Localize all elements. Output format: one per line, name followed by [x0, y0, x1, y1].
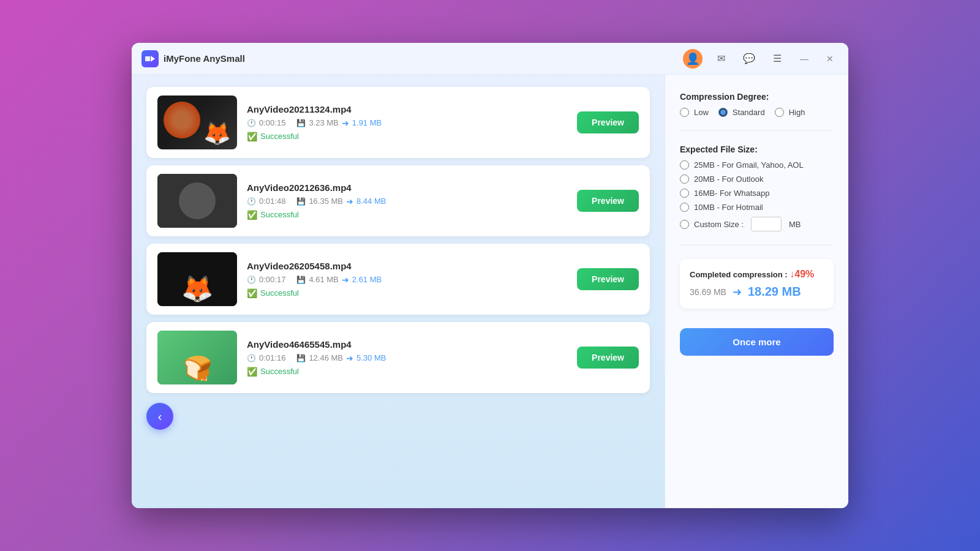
svg-marker-1 [151, 56, 155, 62]
completion-percent: ↓49% [790, 269, 814, 279]
video-card-4: 🍕 AnyVideo46465545.mp4 🕐 0:01:16 💾 12.46… [146, 322, 650, 393]
size-comparison: 36.69 MB ➜ 18.29 MB [690, 285, 824, 299]
duration-1: 🕐 0:00:15 [247, 118, 285, 127]
label-standard: Standard [733, 108, 765, 117]
file-icon-1: 💾 [296, 119, 306, 127]
video-meta-4: 🕐 0:01:16 💾 12.46 MB ➜ 5.30 MB [247, 353, 567, 363]
label-20mb: 20MB - For Outlook [694, 174, 763, 184]
preview-button-1[interactable]: Preview [577, 111, 639, 133]
radio-low[interactable] [680, 108, 689, 117]
label-10mb: 10MB - For Hotmail [694, 203, 763, 212]
size-info-4: 💾 12.46 MB ➜ 5.30 MB [296, 353, 386, 363]
mail-icon[interactable]: ✉ [711, 49, 731, 69]
compression-degree-section: Compression Degree: Low Standard High [680, 92, 834, 117]
radio-high[interactable] [775, 108, 784, 117]
file-icon-4: 💾 [296, 354, 306, 362]
clock-icon-2: 🕐 [247, 197, 256, 206]
label-high: High [789, 108, 805, 117]
radio-16mb[interactable] [680, 189, 689, 198]
svg-rect-0 [145, 56, 150, 61]
video-name-4: AnyVideo46465545.mp4 [247, 339, 567, 350]
separator-2 [680, 245, 834, 246]
video-info-3: AnyVideo26205458.mp4 🕐 0:00:17 💾 4.61 MB… [247, 261, 567, 298]
option-high[interactable]: High [775, 108, 805, 117]
app-logo: iMyFone AnySmall [141, 50, 245, 67]
chat-icon[interactable]: 💬 [739, 49, 759, 69]
status-3: ✅ Successful [247, 288, 567, 298]
menu-icon[interactable]: ☰ [767, 49, 787, 69]
preview-button-4[interactable]: Preview [577, 347, 639, 369]
compression-result: Completed compression : ↓49% 36.69 MB ➜ … [680, 259, 834, 309]
size-arrow-result: ➜ [733, 285, 742, 299]
video-thumbnail-2 [157, 174, 237, 228]
status-1: ✅ Successful [247, 132, 567, 141]
compression-options: Low Standard High [680, 108, 834, 117]
video-meta-1: 🕐 0:00:15 💾 3.23 MB ➜ 1.91 MB [247, 118, 567, 128]
radio-10mb[interactable] [680, 203, 689, 212]
size-arrow-3: ➜ [342, 275, 349, 285]
video-name-1: AnyVideo20211324.mp4 [247, 104, 567, 114]
status-2: ✅ Successful [247, 210, 567, 220]
duration-3: 🕐 0:00:17 [247, 275, 285, 284]
video-name-2: AnyVideo20212636.mp4 [247, 182, 567, 193]
check-icon-3: ✅ [247, 288, 257, 298]
separator-1 [680, 130, 834, 131]
radio-standard[interactable] [718, 108, 728, 117]
label-custom: Custom Size : [694, 220, 744, 229]
video-info-4: AnyVideo46465545.mp4 🕐 0:01:16 💾 12.46 M… [247, 339, 567, 377]
video-name-3: AnyVideo26205458.mp4 [247, 261, 567, 271]
video-thumbnail-3: 🦊 [157, 252, 237, 306]
logo-icon [141, 50, 159, 67]
back-button[interactable]: ‹ [146, 403, 173, 430]
radio-25mb[interactable] [680, 160, 689, 170]
once-more-button[interactable]: Once more [680, 328, 834, 356]
completion-label: Completed compression : ↓49% [690, 269, 824, 280]
option-low[interactable]: Low [680, 108, 709, 117]
video-info-2: AnyVideo20212636.mp4 🕐 0:01:48 💾 16.35 M… [247, 182, 567, 220]
close-button[interactable]: ✕ [821, 50, 839, 67]
label-25mb: 25MB - For Gmail, Yahoo, AOL [694, 160, 804, 170]
video-meta-2: 🕐 0:01:48 💾 16.35 MB ➜ 8.44 MB [247, 197, 567, 206]
video-card-1: AnyVideo20211324.mp4 🕐 0:00:15 💾 3.23 MB… [146, 87, 650, 158]
clock-icon-3: 🕐 [247, 276, 256, 284]
preview-button-3[interactable]: Preview [577, 268, 639, 290]
option-25mb[interactable]: 25MB - For Gmail, Yahoo, AOL [680, 160, 834, 170]
option-16mb[interactable]: 16MB- For Whatsapp [680, 189, 834, 198]
option-standard[interactable]: Standard [718, 108, 765, 117]
custom-size-input[interactable] [751, 217, 782, 231]
status-4: ✅ Successful [247, 367, 567, 377]
original-total: 36.69 MB [690, 287, 726, 297]
video-thumbnail-1 [157, 96, 237, 149]
duration-2: 🕐 0:01:48 [247, 197, 285, 206]
expected-file-size-label: Expected File Size: [680, 144, 834, 154]
video-card-3: 🦊 AnyVideo26205458.mp4 🕐 0:00:17 💾 4.61 … [146, 244, 650, 315]
size-arrow-1: ➜ [342, 118, 349, 128]
size-info-3: 💾 4.61 MB ➜ 2.61 MB [296, 275, 382, 285]
option-custom[interactable]: Custom Size : MB [680, 217, 834, 231]
label-16mb: 16MB- For Whatsapp [694, 189, 770, 198]
file-icon-2: 💾 [296, 197, 306, 206]
preview-button-2[interactable]: Preview [577, 190, 639, 212]
size-info-1: 💾 3.23 MB ➜ 1.91 MB [296, 118, 382, 128]
radio-20mb[interactable] [680, 174, 689, 184]
size-arrow-2: ➜ [346, 197, 353, 206]
video-thumbnail-4: 🍕 [157, 331, 237, 384]
option-10mb[interactable]: 10MB - For Hotmail [680, 203, 834, 212]
video-meta-3: 🕐 0:00:17 💾 4.61 MB ➜ 2.61 MB [247, 275, 567, 285]
clock-icon-4: 🕐 [247, 354, 256, 362]
video-card-2: AnyVideo20212636.mp4 🕐 0:01:48 💾 16.35 M… [146, 165, 650, 236]
titlebar-controls: 👤 ✉ 💬 ☰ — ✕ [683, 49, 839, 69]
video-list-panel: AnyVideo20211324.mp4 🕐 0:00:15 💾 3.23 MB… [132, 75, 665, 508]
compressed-total: 18.29 MB [748, 285, 801, 299]
label-low: Low [694, 108, 709, 117]
avatar-icon[interactable]: 👤 [683, 49, 703, 69]
minimize-button[interactable]: — [796, 50, 813, 67]
titlebar: iMyFone AnySmall 👤 ✉ 💬 ☰ — ✕ [132, 43, 848, 75]
video-info-1: AnyVideo20211324.mp4 🕐 0:00:15 💾 3.23 MB… [247, 104, 567, 141]
size-info-2: 💾 16.35 MB ➜ 8.44 MB [296, 197, 386, 206]
option-20mb[interactable]: 20MB - For Outlook [680, 174, 834, 184]
expected-file-size-section: Expected File Size: 25MB - For Gmail, Ya… [680, 144, 834, 231]
check-icon-4: ✅ [247, 367, 257, 377]
radio-custom[interactable] [680, 220, 689, 229]
custom-unit: MB [789, 220, 801, 229]
